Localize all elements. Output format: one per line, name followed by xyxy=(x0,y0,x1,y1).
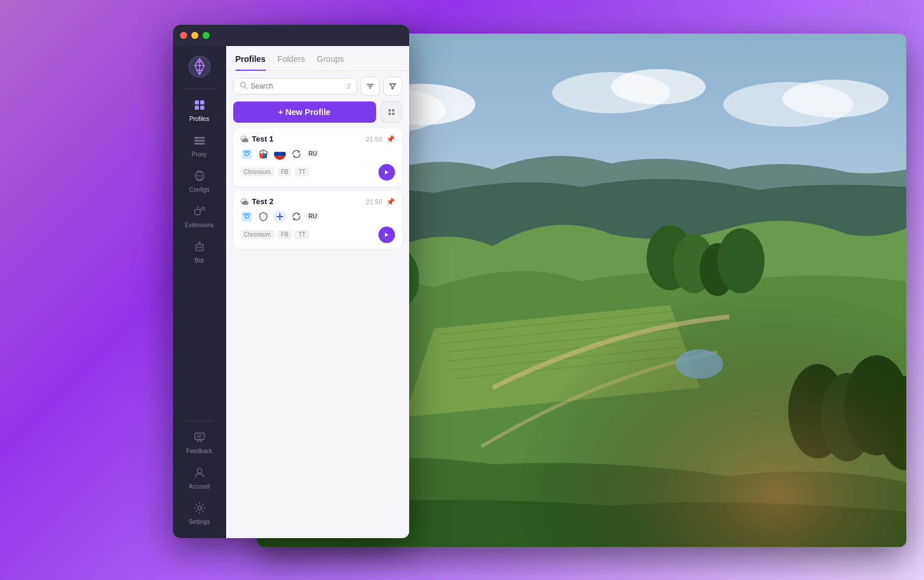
new-profile-row: + New Profile xyxy=(226,101,409,129)
profile-tags-row-test1: Chromium FB TT xyxy=(240,164,395,181)
svg-point-17 xyxy=(195,140,197,141)
sidebar-item-extensions[interactable]: Extensions xyxy=(176,199,223,234)
browser-icon-test1 xyxy=(240,148,253,160)
sidebar-item-proxy[interactable]: Proxy xyxy=(176,128,223,163)
search-wrapper[interactable]: 2 xyxy=(233,78,357,94)
profile-meta-test2: 21:50 📌 xyxy=(366,198,395,206)
profile-icons-test2: RU xyxy=(240,210,395,223)
pin-icon-test2[interactable]: 📌 xyxy=(386,198,395,206)
proxy-label: Proxy xyxy=(192,151,207,158)
profile-list: 🌥 Test 1 21:50 📌 xyxy=(226,129,409,538)
settings-icon xyxy=(193,502,206,516)
app-window: Profiles Proxy xyxy=(173,25,409,538)
tag-fb-test2: FB xyxy=(277,230,292,239)
plus-icon-test2[interactable] xyxy=(273,210,286,223)
lang-badge-test1: RU xyxy=(306,150,319,158)
svg-rect-45 xyxy=(274,152,286,156)
feedback-icon xyxy=(193,431,206,445)
bot-icon xyxy=(193,240,206,255)
svg-rect-10 xyxy=(200,100,204,104)
profile-name-row-test2: 🌥 Test 2 xyxy=(240,197,274,207)
play-button-test2[interactable] xyxy=(378,227,395,243)
tab-groups[interactable]: Groups xyxy=(317,54,344,71)
profile-tags-test2: Chromium FB TT xyxy=(240,230,309,239)
svg-rect-40 xyxy=(260,153,263,158)
sidebar-item-account[interactable]: Account xyxy=(176,460,223,496)
svg-rect-12 xyxy=(200,106,204,110)
sync-icon-test2 xyxy=(290,210,303,223)
minimize-button[interactable] xyxy=(191,32,198,39)
sidebar-divider-top xyxy=(184,89,216,89)
profile-header-test1: 🌥 Test 1 21:50 📌 xyxy=(240,135,395,144)
tab-folders[interactable]: Folders xyxy=(277,54,305,71)
account-icon xyxy=(193,466,206,481)
tag-chromium-test1: Chromium xyxy=(240,168,275,176)
sidebar-divider-bottom xyxy=(185,421,214,421)
shield-icon-test2 xyxy=(257,210,270,223)
svg-point-23 xyxy=(200,246,201,248)
sync-icon-test1 xyxy=(290,148,303,160)
tag-fb-test1: FB xyxy=(277,168,292,176)
sidebar-item-bot[interactable]: Bot xyxy=(176,234,223,270)
svg-point-28 xyxy=(198,506,201,510)
app-body: Profiles Proxy xyxy=(173,46,409,538)
profile-name-test2: Test 2 xyxy=(252,197,274,206)
svg-rect-37 xyxy=(392,113,394,115)
svg-rect-9 xyxy=(195,100,199,104)
traffic-lights xyxy=(180,32,210,39)
title-bar xyxy=(173,25,409,46)
profile-icons-test1: RU xyxy=(240,148,395,160)
tag-chromium-test2: Chromium xyxy=(240,230,275,239)
svg-rect-21 xyxy=(196,244,203,251)
svg-point-16 xyxy=(195,137,197,138)
svg-rect-41 xyxy=(263,153,267,158)
sidebar-item-feedback[interactable]: Feedback xyxy=(176,425,223,460)
profile-meta-test1: 21:50 📌 xyxy=(366,135,395,143)
search-bar: 2 xyxy=(226,71,409,101)
svg-rect-44 xyxy=(274,148,286,152)
maximize-button[interactable] xyxy=(203,32,210,39)
close-button[interactable] xyxy=(180,32,187,39)
filter-button[interactable] xyxy=(383,77,402,96)
profile-card-test2: 🌥 Test 2 21:50 📌 xyxy=(233,191,402,249)
svg-rect-24 xyxy=(195,433,204,440)
tab-profiles[interactable]: Profiles xyxy=(236,54,266,71)
search-count: 2 xyxy=(347,83,350,90)
sort-button[interactable] xyxy=(361,77,380,96)
extensions-label: Extensions xyxy=(185,222,214,228)
svg-rect-15 xyxy=(194,143,205,145)
new-profile-button[interactable]: + New Profile xyxy=(233,101,376,123)
svg-rect-20 xyxy=(195,209,200,215)
profiles-label: Profiles xyxy=(190,116,209,122)
browser-icon-test2 xyxy=(240,210,253,223)
svg-rect-35 xyxy=(392,109,394,112)
svg-rect-14 xyxy=(194,140,205,142)
tag-tt-test2: TT xyxy=(295,230,309,239)
sidebar-item-profiles[interactable]: Profiles xyxy=(176,93,223,128)
svg-rect-46 xyxy=(274,156,286,160)
svg-rect-34 xyxy=(388,109,391,112)
profile-header-test2: 🌥 Test 2 21:50 📌 xyxy=(240,197,395,207)
settings-label: Settings xyxy=(188,519,210,525)
configs-label: Configs xyxy=(190,186,210,193)
tag-tt-test1: TT xyxy=(295,168,309,176)
svg-rect-13 xyxy=(194,137,205,139)
proxy-icon xyxy=(193,134,206,149)
os-icon-test1: 🌥 xyxy=(240,135,249,144)
extensions-icon xyxy=(193,205,206,219)
sidebar-item-configs[interactable]: Configs xyxy=(176,163,223,199)
profile-time-test1: 21:50 xyxy=(366,136,383,143)
profile-time-test2: 21:50 xyxy=(366,198,383,205)
tabs-bar: Profiles Folders Groups xyxy=(226,46,409,71)
pin-icon-test1[interactable]: 📌 xyxy=(386,135,395,143)
grid-view-button[interactable] xyxy=(381,101,402,123)
sidebar-item-settings[interactable]: Settings xyxy=(176,496,223,531)
svg-point-27 xyxy=(197,468,202,473)
svg-rect-11 xyxy=(195,106,199,110)
configs-icon xyxy=(193,169,206,184)
app-logo xyxy=(186,53,213,80)
search-input[interactable] xyxy=(251,82,344,90)
os-icon-test2: 🌥 xyxy=(240,197,249,207)
play-button-test1[interactable] xyxy=(378,164,395,181)
lang-badge-test2: RU xyxy=(306,212,319,220)
